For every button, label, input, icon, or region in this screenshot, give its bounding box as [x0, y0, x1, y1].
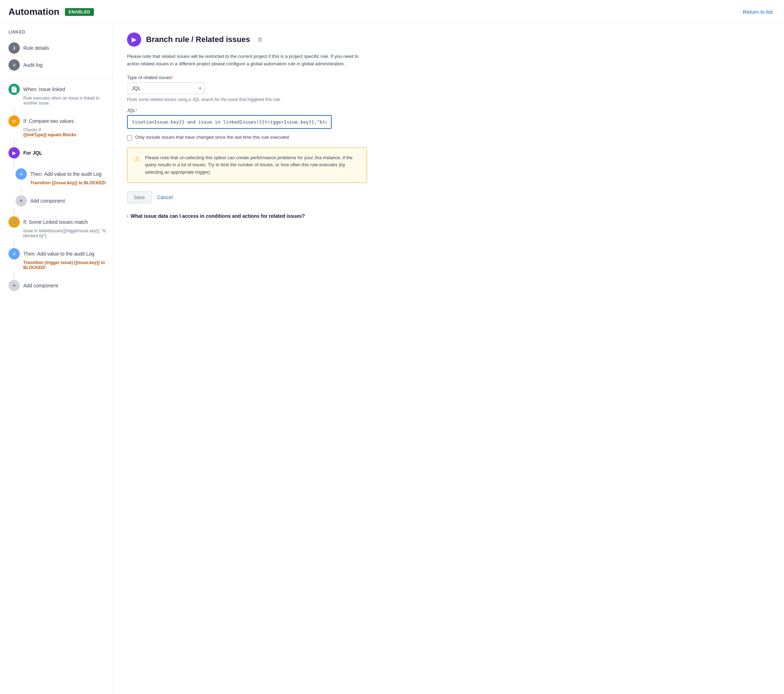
rule-details-icon: ℹ [8, 42, 20, 54]
when-title: When: Issue linked [23, 86, 65, 92]
panel-icon: ▶ [127, 33, 141, 46]
connector-2 [14, 139, 15, 147]
cancel-button[interactable]: Cancel [157, 192, 173, 203]
step-add-component-1[interactable]: + Add component [15, 195, 112, 206]
compare-subtitle: Checks if: {{linkType}} equals Blocks [23, 127, 112, 137]
type-select-wrapper: JQL Subtasks Epic children Parent ▾ [127, 82, 205, 94]
when-subtitle: Rule executes when an issue is linked to… [23, 96, 112, 106]
sidebar: Linked ℹ Rule details ≡ Audit log 📄 [0, 23, 113, 694]
audit-2-highlight: Transition (trigger issue) {{issue.key}}… [23, 260, 105, 270]
main-panel: ▶ Branch rule / Related issues 🗑 Please … [113, 23, 784, 694]
connector-1 [14, 107, 15, 115]
add-component-2-icon: + [8, 280, 20, 291]
add-component-1-label: Add component [30, 198, 65, 204]
add-component-2-label: Add component [23, 283, 58, 288]
chevron-right-icon: › [127, 214, 128, 219]
panel-title: Branch rule / Related issues [146, 35, 250, 44]
warning-box: ⚠ Please note that un-selecting this opt… [127, 148, 367, 183]
sidebar-section-title: Linked [8, 30, 112, 35]
sidebar-divider [8, 78, 112, 79]
page-container: Automation ENABLED Return to list Linked… [0, 0, 784, 694]
audit-1-title: Then: Add value to the audit Log [30, 171, 102, 177]
return-to-list-link[interactable]: Return to list [743, 9, 773, 15]
linked-icon: 🔗 [8, 216, 20, 227]
linked-title: If: Some Linked issues match [23, 219, 88, 225]
sidebar-item-rule-details[interactable]: ℹ Rule details [8, 40, 112, 56]
audit-2-title: Then: Add value to the audit Log [23, 251, 95, 257]
step-then-audit-2[interactable]: ≡ Then: Add value to the audit Log Trans… [8, 248, 112, 270]
audit-1-subtitle: Transition {{issue.key}} to BLOCKED! [30, 180, 112, 185]
connector-6 [14, 240, 15, 248]
step-if-linked[interactable]: 🔗 If: Some Linked issues match issue in … [8, 216, 112, 238]
connector-4 [21, 187, 21, 195]
panel-description: Please note that related issues will be … [127, 53, 367, 68]
rule-details-label: Rule details [23, 45, 49, 51]
compare-highlight: {{linkType}} equals Blocks [23, 132, 77, 137]
checkbox-row: Only include issues that have changed si… [127, 135, 770, 140]
main-content: Linked ℹ Rule details ≡ Audit log 📄 [0, 23, 784, 694]
include-changed-checkbox[interactable] [127, 135, 132, 140]
type-label: Type of related issues* [127, 75, 770, 80]
delete-button[interactable]: 🗑 [257, 36, 263, 43]
accordion-row[interactable]: › What issue data can I access in condit… [127, 213, 770, 219]
connector-7 [14, 272, 15, 280]
audit-1-icon: ≡ [15, 168, 27, 180]
header-left: Automation ENABLED [8, 7, 94, 17]
audit-1-highlight: Transition {{issue.key}} to BLOCKED! [30, 180, 106, 185]
save-button[interactable]: Save [127, 191, 152, 203]
audit-2-icon: ≡ [8, 248, 20, 259]
jql-icon: ▶ [8, 147, 20, 158]
audit-2-subtitle: Transition (trigger issue) {{issue.key}}… [23, 260, 112, 270]
compare-title: If: Compare two values [23, 118, 74, 124]
connector-3 [14, 160, 15, 168]
indented-group-1: ≡ Then: Add value to the audit Log Trans… [8, 168, 112, 206]
audit-log-icon: ≡ [8, 59, 20, 71]
header: Automation ENABLED Return to list [0, 0, 784, 23]
page-title: Automation [8, 7, 59, 17]
sidebar-item-audit-log[interactable]: ≡ Audit log [8, 56, 112, 73]
step-then-audit-1[interactable]: ≡ Then: Add value to the audit Log Trans… [15, 168, 112, 185]
jql-title: For JQL [23, 150, 42, 156]
action-buttons: Save Cancel [127, 191, 770, 203]
warning-text: Please note that un-selecting this optio… [145, 154, 359, 176]
enabled-badge: ENABLED [65, 8, 94, 16]
step-when-issue-linked[interactable]: 📄 When: Issue linked Rule executes when … [8, 84, 112, 106]
type-select[interactable]: JQL Subtasks Epic children Parent [127, 82, 205, 94]
connector-5 [14, 208, 15, 216]
linked-subtitle: issue in linkedIssues({{triggerIssue.key… [23, 228, 112, 238]
add-component-1-icon: + [15, 195, 27, 206]
type-hint: Finds some related issues using a JQL se… [127, 97, 770, 102]
warning-icon: ⚠ [134, 155, 140, 176]
panel-header: ▶ Branch rule / Related issues 🗑 [127, 33, 770, 46]
step-if-compare[interactable]: ⇄ If: Compare two values Checks if: {{li… [8, 115, 112, 137]
accordion-label: What issue data can I access in conditio… [130, 213, 305, 219]
checkbox-label: Only include issues that have changed si… [135, 135, 289, 140]
compare-icon: ⇄ [8, 115, 20, 127]
step-add-component-2[interactable]: + Add component [8, 280, 112, 291]
jql-field-label: JQL* [127, 108, 770, 113]
jql-input[interactable] [127, 115, 332, 129]
step-for-jql[interactable]: ▶ For JQL [8, 147, 112, 158]
when-icon: 📄 [8, 84, 20, 95]
audit-log-label: Audit log [23, 62, 42, 68]
